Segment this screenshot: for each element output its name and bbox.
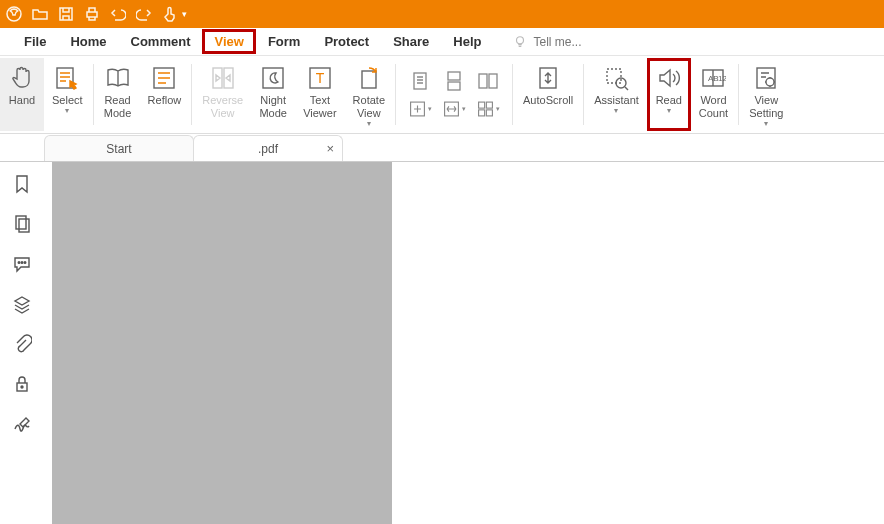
reflow-icon [150, 64, 178, 92]
navigation-sidebar [0, 162, 44, 524]
svg-rect-7 [263, 68, 283, 88]
menu-help[interactable]: Help [441, 29, 493, 54]
tab-document[interactable]: .pdf × [193, 135, 343, 161]
menu-bar: File Home Comment View Form Protect Shar… [0, 28, 884, 56]
read-mode-button[interactable]: ReadMode [96, 58, 140, 131]
app-logo-icon [6, 6, 22, 22]
word-count-button[interactable]: AB12 WordCount [691, 58, 736, 131]
select-icon [53, 64, 81, 92]
security-panel-button[interactable] [12, 374, 32, 394]
view-setting-button[interactable]: ViewSetting [741, 58, 791, 131]
svg-rect-11 [414, 73, 426, 89]
attachments-panel-button[interactable] [12, 334, 32, 354]
menu-home[interactable]: Home [58, 29, 118, 54]
tab-start-label: Start [106, 142, 131, 156]
redo-icon[interactable] [136, 6, 152, 22]
fit-width-button[interactable]: ▾ [442, 97, 466, 121]
touch-icon[interactable] [162, 6, 178, 22]
svg-point-32 [18, 262, 20, 264]
zoom-button[interactable]: ▾ [476, 97, 500, 121]
empty-area [392, 162, 884, 524]
main-area [0, 162, 884, 524]
svg-point-29 [766, 78, 774, 86]
view-setting-label: ViewSetting [749, 94, 783, 120]
tab-document-label: .pdf [258, 142, 278, 156]
svg-point-2 [517, 36, 524, 43]
night-icon [259, 64, 287, 92]
book-icon [104, 64, 132, 92]
reflow-button[interactable]: Reflow [140, 58, 190, 131]
menu-protect[interactable]: Protect [312, 29, 381, 54]
print-icon[interactable] [84, 6, 100, 22]
tab-close-icon[interactable]: × [326, 141, 334, 156]
layers-panel-button[interactable] [12, 294, 32, 314]
rotate-view-button[interactable]: RotateView [345, 58, 393, 131]
svg-rect-10 [362, 71, 376, 88]
reflow-label: Reflow [148, 94, 182, 107]
view-setting-icon [752, 64, 780, 92]
touch-dropdown-icon[interactable]: ▾ [182, 9, 187, 19]
text-viewer-icon: T [306, 64, 334, 92]
continuous-button[interactable] [442, 69, 466, 93]
single-page-button[interactable] [408, 69, 432, 93]
text-viewer-button[interactable]: T TextViewer [295, 58, 344, 131]
fit-page-button[interactable]: ▾ [408, 97, 432, 121]
read-dropdown-icon[interactable] [667, 107, 671, 115]
select-dropdown-icon[interactable] [65, 107, 69, 115]
title-bar: ▾ [0, 0, 884, 28]
reverse-label: ReverseView [202, 94, 243, 120]
lightbulb-icon [513, 35, 527, 49]
word-count-label: WordCount [699, 94, 728, 120]
rotate-label: RotateView [353, 94, 385, 120]
assistant-icon [602, 64, 630, 92]
comments-panel-button[interactable] [12, 254, 32, 274]
menu-view[interactable]: View [202, 29, 255, 54]
menu-file[interactable]: File [12, 29, 58, 54]
svg-rect-15 [489, 74, 497, 88]
svg-text:12: 12 [718, 74, 726, 83]
svg-rect-0 [60, 8, 72, 20]
svg-text:T: T [316, 70, 325, 86]
document-tab-strip: Start .pdf × [0, 134, 884, 162]
svg-rect-12 [448, 72, 460, 80]
pages-panel-button[interactable] [12, 214, 32, 234]
autoscroll-label: AutoScroll [523, 94, 573, 107]
reverse-icon [209, 64, 237, 92]
svg-rect-13 [448, 82, 460, 90]
hand-tool-button[interactable]: Hand [0, 58, 44, 131]
document-canvas[interactable] [52, 162, 392, 524]
tab-start[interactable]: Start [44, 135, 194, 161]
save-icon[interactable] [58, 6, 74, 22]
view-setting-dropdown-icon[interactable] [764, 120, 768, 128]
read-aloud-button[interactable]: Read [647, 58, 691, 131]
undo-icon[interactable] [110, 6, 126, 22]
assistant-dropdown-icon[interactable] [614, 107, 618, 115]
hand-icon [8, 64, 36, 92]
menu-share[interactable]: Share [381, 29, 441, 54]
rotate-icon [355, 64, 383, 92]
select-tool-button[interactable]: Select [44, 58, 91, 131]
ribbon-view: Hand Select ReadMode Reflow ReverseView … [0, 56, 884, 134]
facing-button[interactable] [476, 69, 500, 93]
svg-rect-19 [486, 102, 492, 108]
svg-point-33 [21, 262, 23, 264]
speaker-icon [655, 64, 683, 92]
rotate-dropdown-icon[interactable] [367, 120, 371, 128]
svg-rect-30 [16, 216, 26, 229]
open-icon[interactable] [32, 6, 48, 22]
svg-point-34 [24, 262, 26, 264]
text-viewer-label: TextViewer [303, 94, 336, 120]
tell-me-input[interactable] [533, 35, 603, 49]
bookmarks-panel-button[interactable] [12, 174, 32, 194]
autoscroll-button[interactable]: AutoScroll [515, 58, 581, 131]
hand-label: Hand [9, 94, 35, 107]
svg-rect-1 [87, 12, 97, 17]
menu-form[interactable]: Form [256, 29, 313, 54]
menu-comment[interactable]: Comment [119, 29, 203, 54]
assistant-button[interactable]: Assistant [586, 58, 647, 131]
signatures-panel-button[interactable] [12, 414, 32, 434]
night-mode-button[interactable]: NightMode [251, 58, 295, 131]
tell-me-search[interactable] [513, 35, 603, 49]
night-label: NightMode [259, 94, 287, 120]
svg-rect-18 [479, 102, 485, 108]
